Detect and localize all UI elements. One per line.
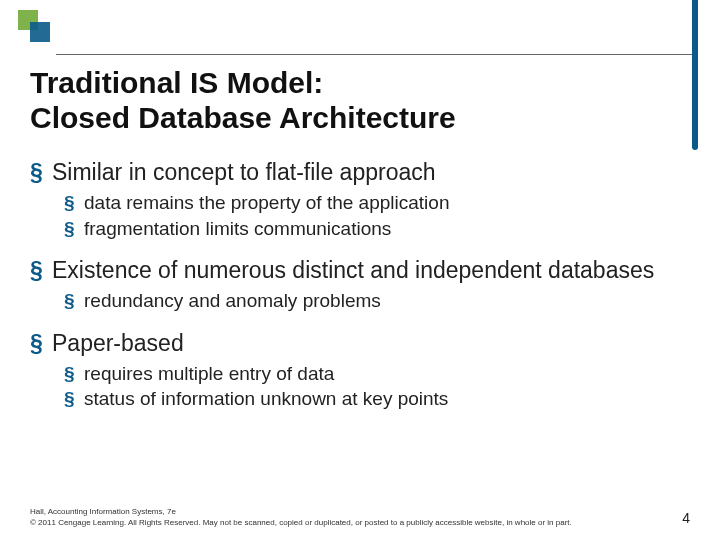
slide-body: Similar in concept to flat-file approach… — [30, 150, 690, 413]
bullet-3: Paper-based — [30, 329, 690, 358]
side-accent-bar — [692, 0, 698, 150]
corner-logo — [18, 10, 50, 42]
bullet-2: Existence of numerous distinct and indep… — [30, 256, 690, 285]
bullet-1-2: fragmentation limits communications — [64, 217, 690, 241]
title-line-2: Closed Database Architecture — [30, 101, 456, 134]
bullet-1: Similar in concept to flat-file approach — [30, 158, 690, 187]
blue-square-icon — [30, 22, 50, 42]
footer-text: Hall, Accounting Information Systems, 7e… — [30, 507, 690, 528]
bullet-3-1: requires multiple entry of data — [64, 362, 690, 386]
title-rule — [56, 54, 692, 55]
footer-line-1: Hall, Accounting Information Systems, 7e — [30, 507, 690, 517]
bullet-3-2: status of information unknown at key poi… — [64, 387, 690, 411]
page-number: 4 — [682, 510, 690, 526]
bullet-1-1: data remains the property of the applica… — [64, 191, 690, 215]
bullet-2-1: redundancy and anomaly problems — [64, 289, 690, 313]
title-line-1: Traditional IS Model: — [30, 66, 323, 99]
slide-title: Traditional IS Model: Closed Database Ar… — [30, 66, 680, 135]
footer-line-2: © 2011 Cengage Learning. All Rights Rese… — [30, 518, 690, 528]
